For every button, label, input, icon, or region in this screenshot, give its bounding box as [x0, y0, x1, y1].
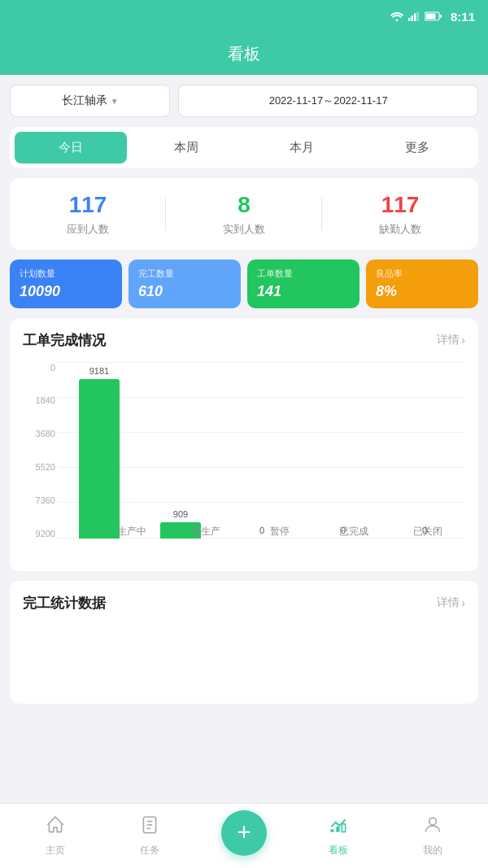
bottom-nav: 主页 任务 + 看板: [0, 803, 488, 868]
chart-bars-area: 9181909000 生产中待生产暂停已完成已关闭: [59, 363, 465, 539]
nav-fab[interactable]: +: [197, 810, 291, 862]
expected-value: 117: [10, 191, 166, 219]
bar-生产中: [79, 379, 120, 539]
y-label-0: 9200: [23, 529, 55, 539]
svg-rect-6: [425, 14, 435, 20]
svg-rect-14: [342, 824, 345, 832]
actual-value: 8: [166, 191, 322, 219]
completion-title: 完工统计数据: [23, 594, 106, 613]
nav-tasks-label: 任务: [140, 844, 159, 857]
nav-kanban[interactable]: 看板: [291, 814, 386, 857]
date-range-filter[interactable]: 2022-11-17～2022-11-17: [178, 85, 478, 117]
profile-icon: [422, 814, 443, 840]
x-axis-labels: 生产中待生产暂停已完成已关闭: [94, 525, 465, 539]
wifi-icon: [390, 11, 403, 21]
chart-section-header: 工单完成情况 详情 ›: [23, 331, 465, 350]
period-tabs: 今日 本周 本月 更多: [10, 127, 478, 168]
chart-detail-link[interactable]: 详情 ›: [437, 333, 465, 347]
workorder-chart-card: 工单完成情况 详情 › 9200 7360 5520 3680 1840 0: [10, 318, 478, 571]
header-title: 看板: [228, 43, 260, 65]
time-display: 8:11: [451, 10, 475, 24]
completion-chart-placeholder: [23, 626, 465, 691]
metric-quality-label: 良品率: [376, 268, 468, 280]
completion-stats-card: 完工统计数据 详情 ›: [10, 581, 478, 704]
completion-section-header: 完工统计数据 详情 ›: [23, 594, 465, 613]
bar-value-label-0: 9181: [89, 366, 109, 376]
nav-tasks[interactable]: 任务: [102, 814, 197, 857]
svg-rect-2: [411, 15, 413, 21]
battery-icon: [425, 11, 442, 21]
x-label-1: 待生产: [168, 525, 242, 539]
y-label-5: 0: [23, 363, 55, 373]
actual-label: 实到人数: [166, 222, 322, 237]
absent-value: 117: [322, 191, 478, 219]
metric-workorder: 工单数量 141: [247, 260, 359, 308]
svg-rect-12: [330, 829, 333, 831]
nav-profile[interactable]: 我的: [386, 814, 480, 857]
tab-week[interactable]: 本周: [130, 132, 242, 164]
x-label-3: 已完成: [317, 525, 391, 539]
nav-profile-label: 我的: [423, 844, 442, 857]
metric-workorder-value: 141: [257, 283, 350, 300]
metric-finished-label: 完工数量: [138, 268, 231, 280]
chevron-right-icon2: ›: [461, 596, 465, 609]
completion-detail-link[interactable]: 详情 ›: [437, 595, 465, 610]
status-icons: 8:11: [390, 10, 475, 24]
y-label-1: 7360: [23, 495, 55, 505]
metric-planned-label: 计划数量: [20, 268, 112, 280]
app-header: 看板: [0, 33, 488, 75]
tasks-svg: [139, 814, 160, 835]
svg-rect-4: [416, 11, 419, 21]
bar-group-生产中: 9181: [59, 366, 140, 539]
nav-home[interactable]: 主页: [8, 814, 102, 857]
tab-today[interactable]: 今日: [15, 132, 127, 164]
bar-value-label-1: 909: [173, 509, 188, 519]
x-label-4: 已关闭: [391, 525, 465, 539]
chart-title: 工单完成情况: [23, 331, 106, 350]
tasks-icon: [139, 814, 160, 840]
chevron-right-icon: ›: [461, 334, 465, 347]
signal-icon: [408, 11, 420, 21]
svg-rect-13: [336, 827, 339, 832]
company-filter[interactable]: 长江轴承 ▼: [10, 85, 170, 117]
fab-plus-icon: +: [237, 820, 251, 844]
svg-point-15: [429, 818, 437, 825]
actual-count: 8 实到人数: [166, 191, 322, 237]
absent-count: 117 缺勤人数: [322, 191, 478, 237]
nav-kanban-label: 看板: [329, 844, 348, 857]
x-label-0: 生产中: [94, 525, 168, 539]
attendance-stats: 117 应到人数 8 实到人数 117 缺勤人数: [10, 178, 478, 250]
nav-home-label: 主页: [46, 844, 65, 857]
bar-chart: 9200 7360 5520 3680 1840 0 9181909000: [23, 363, 465, 558]
expected-count: 117 应到人数: [10, 191, 166, 237]
kanban-icon: [328, 814, 349, 840]
dropdown-arrow-icon: ▼: [111, 97, 119, 106]
metric-planned: 计划数量 10090: [10, 260, 122, 308]
absent-label: 缺勤人数: [322, 222, 478, 237]
tab-more[interactable]: 更多: [361, 132, 473, 164]
filter-row: 长江轴承 ▼ 2022-11-17～2022-11-17: [10, 85, 478, 117]
metric-finished-value: 610: [138, 283, 231, 300]
metrics-row: 计划数量 10090 完工数量 610 工单数量 141 良品率 8%: [10, 260, 478, 308]
status-bar: 8:11: [0, 0, 488, 33]
metric-workorder-label: 工单数量: [257, 268, 350, 280]
fab-button[interactable]: +: [221, 810, 267, 856]
bars-container: 9181909000: [59, 363, 465, 539]
kanban-svg: [328, 814, 349, 835]
y-axis-labels: 9200 7360 5520 3680 1840 0: [23, 363, 55, 539]
expected-label: 应到人数: [10, 222, 166, 237]
metric-planned-value: 10090: [20, 283, 112, 300]
svg-rect-3: [414, 14, 416, 22]
home-icon: [45, 814, 66, 840]
metric-quality-value: 8%: [376, 283, 468, 300]
y-label-3: 3680: [23, 429, 55, 438]
home-svg: [45, 814, 66, 835]
x-label-2: 暂停: [242, 525, 316, 539]
svg-rect-7: [440, 15, 442, 18]
svg-point-0: [395, 20, 398, 22]
tab-month[interactable]: 本月: [246, 132, 358, 164]
y-label-4: 1840: [23, 395, 55, 405]
y-label-2: 5520: [23, 462, 55, 472]
profile-svg: [422, 814, 443, 835]
metric-finished: 完工数量 610: [129, 260, 241, 308]
